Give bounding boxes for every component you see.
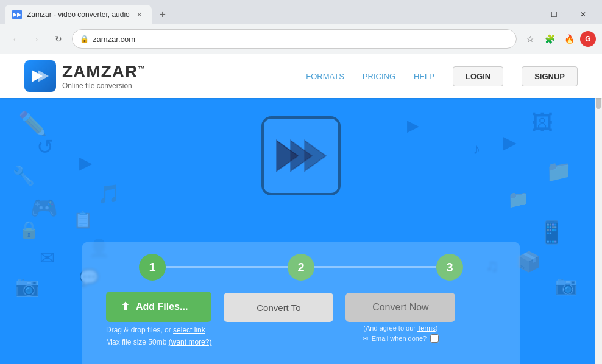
tab-title: Zamzar - video converter, audio [27, 10, 130, 19]
max-size-text: Max file size 50mb (want more?) [106, 338, 211, 346]
email-row: ✉ Email when done? [363, 334, 439, 343]
maximize-button[interactable]: ☐ [540, 5, 568, 24]
tab-close-button[interactable]: ✕ [135, 10, 144, 19]
scrollbar[interactable] [595, 54, 602, 364]
email-label: Email when done? [372, 335, 427, 342]
add-files-label: Add Files... [136, 301, 188, 312]
close-button[interactable]: ✕ [569, 5, 597, 24]
convert-to-select[interactable]: Convert To [224, 293, 333, 322]
drag-drop-text: Drag & drop files, or select link [106, 326, 211, 334]
svg-marker-4 [305, 141, 326, 171]
nav-pricing[interactable]: PRICING [363, 72, 395, 81]
step-line-2 [314, 266, 436, 268]
svg-marker-1 [38, 70, 49, 82]
center-logo [261, 116, 341, 195]
step-1-circle: 1 [139, 254, 166, 281]
nav-formats[interactable]: FORMATS [306, 72, 344, 81]
signup-button[interactable]: SIGNUP [522, 66, 578, 86]
address-text: zamzar.com [93, 35, 509, 44]
site-nav: FORMATS PRICING HELP LOGIN SIGNUP [306, 66, 578, 86]
forward-button[interactable]: › [28, 30, 45, 47]
bookmark-icon[interactable]: ☆ [522, 30, 539, 47]
terms-link[interactable]: Terms [417, 324, 436, 332]
want-more-link[interactable]: (want more?) [169, 338, 212, 346]
logo-tagline: Online file conversion [62, 82, 146, 90]
select-link[interactable]: select link [173, 326, 205, 334]
convert-now-button[interactable]: Convert Now [345, 293, 455, 322]
logo-name: ZAMZAR™ [62, 62, 146, 82]
logo-icon [24, 60, 56, 92]
convert-now-column: Convert Now (And agree to our Terms) ✉ E… [345, 292, 455, 343]
lock-icon: 🔒 [80, 35, 89, 43]
step-3-circle: 3 [436, 254, 463, 281]
agree-text: (And agree to our Terms) [363, 324, 437, 332]
step-line-1 [166, 266, 288, 268]
upload-icon: ⬆ [121, 300, 130, 313]
convert-to-column: Convert To [224, 292, 333, 322]
steps-row: 1 2 3 [106, 254, 496, 281]
email-checkbox[interactable] [430, 334, 439, 343]
address-bar[interactable]: 🔒 zamzar.com [72, 29, 517, 49]
new-tab-button[interactable]: + [154, 6, 171, 23]
profile-avatar[interactable]: G [580, 31, 596, 47]
bg-refresh-icon: ↺ [37, 135, 54, 159]
conversion-area: 1 2 3 ⬆ Add Files... [82, 242, 520, 364]
refresh-button[interactable]: ↻ [50, 30, 67, 47]
add-files-button[interactable]: ⬆ Add Files... [106, 292, 211, 322]
logo-area: ZAMZAR™ Online file conversion [24, 60, 146, 92]
email-icon: ✉ [363, 335, 368, 343]
form-row: ⬆ Add Files... Drag & drop files, or sel… [106, 292, 496, 346]
login-button[interactable]: LOGIN [453, 66, 503, 86]
minimize-button[interactable]: — [511, 5, 539, 24]
site-header: ZAMZAR™ Online file conversion FORMATS P… [0, 54, 602, 98]
extensions-icon[interactable]: 🧩 [541, 30, 558, 47]
browser-tab[interactable]: ▶▶ Zamzar - video converter, audio ✕ [5, 5, 152, 24]
add-files-column: ⬆ Add Files... Drag & drop files, or sel… [106, 292, 211, 346]
nav-help[interactable]: HELP [414, 72, 434, 81]
step-2-circle: 2 [288, 254, 314, 281]
profile-extension-icon[interactable]: 🔥 [561, 30, 578, 47]
hero-section: ✏️ ↺ 🔧 🎮 🔒 ✉ 📷 ▶ 🎵 📋 👤 💬 🖼 ▶ 📁 📁 📱 📦 📷 ♪… [0, 98, 602, 364]
tab-favicon: ▶▶ [12, 10, 22, 19]
back-button[interactable]: ‹ [6, 30, 23, 47]
